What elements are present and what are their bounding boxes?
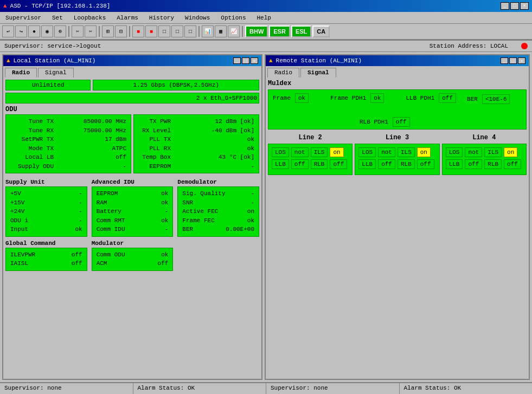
toolbar-btn-9[interactable]: ⊟ <box>115 25 127 37</box>
toolbar-btn-10[interactable]: ■ <box>132 25 144 37</box>
demod-param-row: SNR- <box>182 198 254 208</box>
llb-pdu1-label: LLB PDH1 <box>406 95 434 101</box>
frame-label: Frame <box>273 95 291 101</box>
odu-param-row: TX PWR12 dBm [ok] <box>138 117 254 126</box>
ca-button[interactable]: CA <box>312 25 330 37</box>
demod-param-row: Sig. Quality- <box>182 189 254 198</box>
toolbar-btn-1[interactable]: ↩ <box>2 25 14 37</box>
esl-button[interactable]: ESL <box>291 25 311 37</box>
menu-supervisor[interactable]: Supervisor <box>2 14 44 22</box>
toolbar-btn-2[interactable]: ↪ <box>15 25 27 37</box>
demodulator-col: Demodulator Sig. Quality-SNR-Active FECo… <box>177 179 259 237</box>
local-panel-icon: ▲ <box>7 57 10 64</box>
local-panel-title: Local Station (AL_MINI) <box>14 57 96 64</box>
line-grid: LOS not ILS on LLB off RLB off <box>442 144 527 175</box>
odu-param-row: Tune TX85000.00 MHz <box>10 117 126 126</box>
minimize-btn[interactable]: _ <box>501 2 509 10</box>
toolbar-btn-13[interactable]: □ <box>171 25 183 37</box>
rlb-pdu1-label: RLB PDH1 <box>360 119 388 125</box>
menu-set[interactable]: Set <box>49 14 66 22</box>
local-close-btn[interactable]: × <box>251 57 258 64</box>
odu-param-row: EEPROM- <box>138 162 254 171</box>
line-title: Line 4 <box>442 134 527 141</box>
toolbar-btn-14[interactable]: □ <box>184 25 196 37</box>
demod-param-row: Frame FECok <box>182 216 254 225</box>
toolbar-btn-7[interactable]: ✂ <box>85 25 97 37</box>
menu-options[interactable]: Options <box>217 14 249 22</box>
remote-minimize-btn[interactable]: _ <box>501 57 508 64</box>
odu-param-row: PLL TXok <box>138 135 254 144</box>
remote-panel-title-bar: ▲ Remote Station (AL_MINI) _ □ × <box>266 55 529 66</box>
frame-pdu1-label: Frame PDH1 <box>330 95 366 101</box>
odu-param-row: Local LBoff <box>10 153 126 162</box>
modulator-title: Modulator <box>92 240 174 247</box>
odu-param-row: PLL RXok <box>138 144 254 153</box>
toolbar-btn-5[interactable]: ⊕ <box>54 25 66 37</box>
app-icon: ▲ <box>3 3 7 9</box>
local-panel-content: Unlimited 1.25 Gbps (DBPSK,2.5GHz) 2 x E… <box>3 77 261 273</box>
frame-pdu1-status: ok <box>370 93 384 103</box>
supply-param-row: +15V- <box>10 198 82 208</box>
line-grid: LOS not ILS on LLB off RLB off <box>268 144 352 175</box>
menu-alarms[interactable]: Alarms <box>113 14 142 22</box>
line-section-2: Line 4 LOS not ILS on LLB off RLB off <box>442 134 527 175</box>
los-status: not <box>291 147 309 157</box>
tab-radio-remote[interactable]: Radio <box>267 68 299 77</box>
global-param-row: ILEVPWRoff <box>10 250 82 260</box>
remote-panel-icon: ▲ <box>269 57 273 64</box>
status-bar: Supervisor: service->logout Station Addr… <box>0 40 532 52</box>
ber-label: BER <box>467 96 478 102</box>
tab-signal-remote[interactable]: Signal <box>300 68 336 77</box>
toolbar-btn-6[interactable]: ✂ <box>72 25 84 37</box>
menu-loopbacks[interactable]: Loopbacks <box>70 14 109 22</box>
menu-windows[interactable]: Windows <box>182 14 213 22</box>
app-title: ASD - TCP/IP [192.168.1.238] <box>10 3 111 9</box>
llb-pdu1-status: off <box>439 93 456 103</box>
ils-label: ILS <box>311 147 328 157</box>
odu-param-row: Tune RX75000.00 MHz <box>10 126 126 135</box>
esr-button[interactable]: ESR <box>269 25 290 37</box>
odu-right-params: TX PWR12 dBm [ok]RX Level-40 dBm [ok]PLL… <box>133 114 259 173</box>
maximize-btn[interactable]: □ <box>510 2 519 10</box>
rlb-status: off <box>504 159 521 169</box>
odu-param-row: SetPWR TX17 dBm <box>10 135 126 144</box>
toolbar-btn-12[interactable]: □ <box>158 25 170 37</box>
los-label: LOS <box>358 147 376 157</box>
ils-label: ILS <box>398 147 415 157</box>
menu-bar: Supervisor Set Loopbacks Alarms History … <box>0 12 532 24</box>
remote-panel-title: Remote Station (AL_MINI) <box>276 57 362 64</box>
bhw-button[interactable]: BHW <box>245 25 268 37</box>
toolbar-btn-4[interactable]: ◉ <box>41 25 53 37</box>
toolbar-btn-11[interactable]: ■ <box>145 25 157 37</box>
modulator-param-row: Comm ODUok <box>97 250 169 260</box>
local-maximize-btn[interactable]: □ <box>242 57 249 64</box>
toolbar-btn-16[interactable]: ▦ <box>215 25 227 37</box>
demodulator-grid: Sig. Quality-SNR-Active FEConFrame FECok… <box>177 186 259 237</box>
toolbar-btn-8[interactable]: ⊞ <box>102 25 114 37</box>
remote-maximize-btn[interactable]: □ <box>509 57 517 64</box>
toolbar-btn-15[interactable]: 📊 <box>202 25 214 37</box>
odu-param-row: Supply ODU- <box>10 162 126 171</box>
close-btn[interactable]: × <box>520 2 529 10</box>
toolbar-btn-3[interactable]: ● <box>28 25 40 37</box>
local-minimize-btn[interactable]: _ <box>233 57 241 64</box>
ils-status: on <box>330 147 343 157</box>
toolbar-btn-17[interactable]: 📈 <box>228 25 240 37</box>
ils-status: on <box>504 147 517 157</box>
llb-label: LLB <box>358 159 376 169</box>
rlb-pdu1-status: off <box>393 117 410 127</box>
tab-radio-local[interactable]: Radio <box>5 68 37 77</box>
tab-signal-local[interactable]: Signal <box>38 68 74 77</box>
advanced-idu-col: Advanced IDU EEPROMokRAMokBattery-Comm R… <box>92 179 174 237</box>
los-label: LOS <box>272 147 289 157</box>
lines-row: Line 2 LOS not ILS on LLB off RLB off Li… <box>268 134 527 175</box>
remote-close-btn[interactable]: × <box>518 57 525 64</box>
menu-help[interactable]: Help <box>254 14 274 22</box>
llb-status: off <box>378 159 395 169</box>
remote-station-panel: ▲ Remote Station (AL_MINI) _ □ × Radio S… <box>265 54 530 380</box>
muldex-title: Muldex <box>268 80 527 87</box>
line-grid: LOS not ILS on LLB off RLB off <box>355 144 439 175</box>
interface-label: 2 x Eth_G+SFP1000 <box>5 93 259 104</box>
local-tab-bar: Radio Signal <box>3 66 261 77</box>
menu-history[interactable]: History <box>146 14 177 22</box>
